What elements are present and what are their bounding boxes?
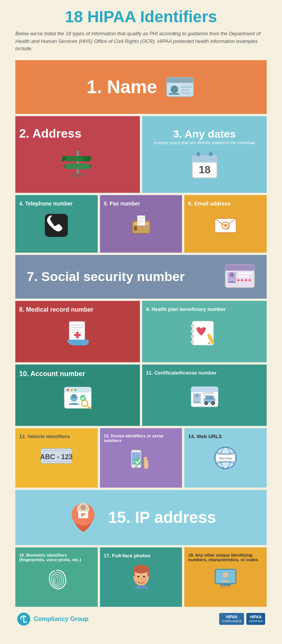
svg-rect-4 xyxy=(169,93,179,95)
svg-rect-124 xyxy=(223,586,225,588)
email-icon xyxy=(213,212,238,242)
svg-text:ABC - 123: ABC - 123 xyxy=(40,453,73,460)
svg-point-49 xyxy=(249,279,251,281)
svg-point-115 xyxy=(137,575,139,578)
hipaa-badges: HIPAA COMPLIANCE HIPAA VERIFIED xyxy=(219,613,265,625)
svg-point-110 xyxy=(133,565,149,573)
svg-rect-2 xyxy=(167,80,193,83)
svg-rect-23 xyxy=(198,152,199,156)
item-8-medical: 8. Medical record number xyxy=(15,301,140,362)
svg-rect-87 xyxy=(203,393,214,394)
item-12-label: 12. Vehicle identifiers xyxy=(19,434,70,439)
item-2-label: 2. Address xyxy=(19,127,81,141)
item-6-email: 6. Email address xyxy=(184,195,267,253)
svg-rect-112 xyxy=(148,569,149,576)
svg-point-43 xyxy=(230,273,234,277)
svg-text:IP: IP xyxy=(81,513,85,517)
item-11-label: 11. Certificate/license number xyxy=(146,370,216,376)
svg-rect-32 xyxy=(138,218,144,219)
page-subtitle: Below we've listed the 18 types of infor… xyxy=(15,30,267,53)
svg-rect-111 xyxy=(133,569,135,576)
vehicle-icon: ABC - 123 xyxy=(39,445,74,470)
svg-point-48 xyxy=(245,279,247,281)
svg-rect-45 xyxy=(238,276,249,277)
account-icon xyxy=(62,383,93,419)
svg-point-116 xyxy=(143,575,145,578)
svg-rect-33 xyxy=(138,220,143,220)
footer: Compliancy Group HIPAA COMPLIANCE HIPAA … xyxy=(15,612,267,626)
svg-rect-52 xyxy=(71,327,83,328)
item-2-address: 2. Address xyxy=(15,116,140,193)
item-14-web: 14. Web URLS https://www xyxy=(184,428,267,488)
svg-rect-122 xyxy=(220,586,221,588)
company-name: Compliancy Group xyxy=(34,616,89,623)
hipaa-badge-2: HIPAA VERIFIED xyxy=(246,613,265,625)
svg-point-47 xyxy=(241,279,243,281)
page-title: 18 HIPAA Identifiers xyxy=(15,8,267,26)
item-3-sublabel: (except years) that are directly related… xyxy=(150,140,259,145)
row-2: 2. Address xyxy=(15,116,267,193)
item-15-label: 15. IP address xyxy=(108,508,216,527)
certificate-icon xyxy=(189,381,220,416)
svg-line-74 xyxy=(89,407,89,408)
svg-point-3 xyxy=(171,85,178,93)
row-9: 16. Biometric identifiers (fingerprints,… xyxy=(15,547,267,607)
svg-point-61 xyxy=(191,340,194,343)
svg-point-94 xyxy=(135,465,137,468)
svg-point-38 xyxy=(224,224,227,227)
svg-rect-31 xyxy=(138,217,144,218)
svg-rect-126 xyxy=(227,586,229,588)
svg-rect-127 xyxy=(230,586,230,588)
svg-point-68 xyxy=(70,389,73,391)
item-6-label: 6. Email address xyxy=(188,200,231,207)
item-10-account: 10. Account number xyxy=(15,365,140,426)
svg-rect-125 xyxy=(226,586,227,588)
item-7-ssn: 7. Social security number xyxy=(15,255,267,299)
item-14-label: 14. Web URLS xyxy=(188,434,222,439)
svg-rect-82 xyxy=(205,396,214,399)
item-5-label: 5. Fax number xyxy=(104,200,140,207)
dates-icon: 18 xyxy=(189,150,220,185)
item-9-label: 9. Health plan beneficiary number xyxy=(146,306,226,312)
svg-rect-41 xyxy=(225,268,254,271)
item-18-other: 18. Any other unique identifying numbers… xyxy=(184,547,267,607)
row-1: 1. Name xyxy=(15,60,267,114)
svg-rect-51 xyxy=(71,325,83,326)
svg-point-86 xyxy=(212,402,214,404)
svg-point-84 xyxy=(205,402,207,404)
svg-rect-44 xyxy=(238,273,252,274)
row-5: 8. Medical record number xyxy=(15,301,267,362)
svg-rect-5 xyxy=(181,86,192,88)
web-icon: https://www xyxy=(212,445,239,476)
svg-point-80 xyxy=(195,394,199,398)
address-icon xyxy=(61,147,95,182)
ssn-icon xyxy=(225,263,255,291)
row-3: 4. Telephone number 5. Fax number xyxy=(15,195,267,253)
item-9-health-plan: 9. Health plan beneficiary number xyxy=(142,301,267,362)
row-6: 10. Account number xyxy=(15,365,267,426)
item-5-fax: 5. Fax number xyxy=(100,195,182,253)
item-17-photos: 17. Full-face photos xyxy=(100,547,182,607)
item-16-biometric: 16. Biometric identifiers (fingerprints,… xyxy=(15,547,98,607)
item-3-label: 3. Any dates xyxy=(150,128,259,140)
company-logo: Compliancy Group xyxy=(17,612,89,626)
svg-point-60 xyxy=(191,335,194,338)
svg-point-117 xyxy=(140,579,142,580)
svg-rect-29 xyxy=(134,226,136,230)
svg-marker-16 xyxy=(64,164,66,169)
item-4-label: 4. Telephone number xyxy=(19,200,73,207)
item-18-label: 18. Any other unique identifying numbers… xyxy=(188,553,263,562)
svg-point-58 xyxy=(191,324,194,327)
svg-text:18: 18 xyxy=(198,164,210,176)
row-8: IP 15. IP address xyxy=(15,490,267,545)
name-icon xyxy=(165,72,195,102)
health-plan-icon xyxy=(189,317,220,353)
svg-point-46 xyxy=(237,279,239,281)
logo-icon xyxy=(17,612,31,626)
row-7: 12. Vehicle identifiers ABC - 123 13. De… xyxy=(15,428,267,488)
identifiers-grid: 1. Name xyxy=(15,60,267,607)
item-1-name: 1. Name xyxy=(15,60,267,114)
svg-rect-56 xyxy=(76,332,79,338)
svg-point-75 xyxy=(80,395,86,401)
svg-rect-35 xyxy=(138,222,142,223)
